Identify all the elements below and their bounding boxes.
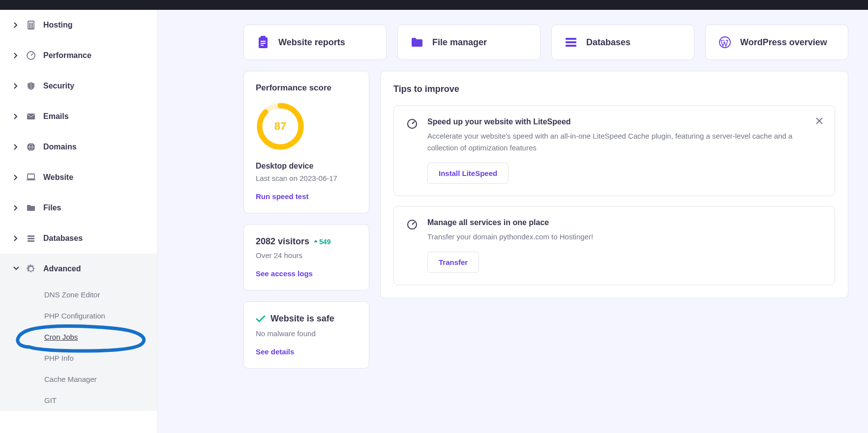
speedometer-icon xyxy=(407,219,418,230)
performance-device: Desktop device xyxy=(256,162,357,171)
tips-panel: Tips to improve Speed up your website wi… xyxy=(380,71,848,298)
sidebar-sub-php-info[interactable]: PHP Info xyxy=(0,347,157,369)
arrow-up-icon xyxy=(313,239,318,244)
close-icon[interactable] xyxy=(815,116,824,125)
sidebar-item-label: Files xyxy=(43,203,61,212)
sidebar-item-emails[interactable]: Emails xyxy=(0,101,157,132)
clipboard-icon xyxy=(257,36,269,49)
folder-icon xyxy=(411,36,423,49)
safety-sub: No malware found xyxy=(256,328,357,340)
sidebar-sub-git[interactable]: GIT xyxy=(0,390,157,411)
layout: Hosting Performance Security Emails Doma… xyxy=(0,10,868,433)
tip-title: Speed up your website with LiteSpeed xyxy=(427,117,822,126)
run-speed-test-link[interactable]: Run speed test xyxy=(256,192,309,201)
sidebar-item-label: Emails xyxy=(43,112,69,121)
svg-rect-17 xyxy=(566,41,576,43)
chevron-right-icon xyxy=(14,53,19,58)
svg-rect-15 xyxy=(261,45,264,46)
quick-label: File manager xyxy=(432,37,487,48)
sidebar-item-label: Security xyxy=(43,82,74,90)
svg-rect-18 xyxy=(566,45,576,47)
quick-databases[interactable]: Databases xyxy=(551,25,694,60)
database-rows-icon xyxy=(565,36,577,49)
sidebar-item-files[interactable]: Files xyxy=(0,193,157,223)
install-litespeed-button[interactable]: Install LiteSpeed xyxy=(427,163,509,184)
transfer-button[interactable]: Transfer xyxy=(427,252,479,273)
tip-title: Manage all services in one place xyxy=(427,218,822,227)
right-column: Tips to improve Speed up your website wi… xyxy=(380,71,848,369)
sidebar-item-databases[interactable]: Databases xyxy=(0,223,157,254)
see-access-logs-link[interactable]: See access logs xyxy=(256,269,313,278)
quick-label: Databases xyxy=(586,37,630,48)
sidebar-sub-php-configuration[interactable]: PHP Configuration xyxy=(0,305,157,326)
sidebar-item-label: Databases xyxy=(43,234,83,243)
svg-rect-7 xyxy=(28,174,34,179)
sidebar-item-hosting[interactable]: Hosting xyxy=(0,10,157,40)
mail-icon xyxy=(26,111,36,122)
svg-rect-8 xyxy=(28,235,34,237)
sidebar-sub-dns-zone-editor[interactable]: DNS Zone Editor xyxy=(0,284,157,305)
sidebar: Hosting Performance Security Emails Doma… xyxy=(0,10,157,433)
svg-rect-12 xyxy=(261,36,266,39)
performance-panel: Performance score 87 Desktop device Last… xyxy=(243,71,369,213)
quick-file-manager[interactable]: File manager xyxy=(397,25,540,60)
quick-label: Website reports xyxy=(278,37,345,48)
sidebar-sub-cron-jobs[interactable]: Cron Jobs xyxy=(0,326,157,347)
wordpress-icon xyxy=(718,36,731,49)
performance-last-scan: Last scan on 2023-06-17 xyxy=(256,173,357,184)
folder-icon xyxy=(26,202,36,213)
sidebar-item-security[interactable]: Security xyxy=(0,71,157,101)
main-content: Website reports File manager Databases W… xyxy=(157,10,868,433)
chevron-right-icon xyxy=(14,22,19,28)
gear-icon xyxy=(26,263,36,274)
sidebar-item-performance[interactable]: Performance xyxy=(0,40,157,71)
gauge-icon xyxy=(26,50,36,61)
svg-rect-10 xyxy=(28,240,34,242)
visitors-delta: 549 xyxy=(313,238,330,246)
chevron-right-icon xyxy=(14,144,19,150)
svg-rect-5 xyxy=(27,114,35,119)
performance-title: Performance score xyxy=(256,83,357,93)
left-column: Performance score 87 Desktop device Last… xyxy=(243,71,369,369)
svg-rect-13 xyxy=(261,41,266,42)
visitors-period: Over 24 hours xyxy=(256,250,357,261)
database-icon xyxy=(26,233,36,244)
chevron-right-icon xyxy=(14,235,19,241)
sidebar-item-domains[interactable]: Domains xyxy=(0,132,157,162)
svg-rect-9 xyxy=(28,238,34,239)
sidebar-item-label: Advanced xyxy=(43,264,81,273)
performance-score-value: 87 xyxy=(256,102,305,151)
chevron-right-icon xyxy=(14,205,19,211)
tip-desc: Accelerate your website's speed with an … xyxy=(427,130,822,154)
quick-website-reports[interactable]: Website reports xyxy=(243,25,387,60)
tips-heading: Tips to improve xyxy=(393,84,835,94)
quick-actions-row: Website reports File manager Databases W… xyxy=(243,25,848,60)
quick-wordpress-overview[interactable]: WordPress overview xyxy=(705,25,848,60)
tip-manage-services: Manage all services in one place Transfe… xyxy=(393,206,835,285)
sidebar-item-label: Performance xyxy=(43,51,91,60)
check-icon xyxy=(256,315,266,323)
sidebar-item-website[interactable]: Website xyxy=(0,162,157,193)
speedometer-icon xyxy=(407,118,418,129)
globe-icon xyxy=(26,142,36,152)
svg-rect-16 xyxy=(566,38,576,40)
performance-score-ring: 87 xyxy=(256,102,305,151)
sidebar-item-advanced[interactable]: Advanced xyxy=(0,254,157,284)
shield-icon xyxy=(26,81,36,91)
dashboard-columns: Performance score 87 Desktop device Last… xyxy=(243,71,848,369)
tip-litespeed: Speed up your website with LiteSpeed Acc… xyxy=(393,105,835,196)
tip-desc: Transfer your domain pythondex.com to Ho… xyxy=(427,231,822,243)
visitors-count: 2082 visitors xyxy=(256,236,309,247)
svg-rect-14 xyxy=(261,43,266,44)
chevron-right-icon xyxy=(14,83,19,89)
see-details-link[interactable]: See details xyxy=(256,347,294,356)
sidebar-sub-cache-manager[interactable]: Cache Manager xyxy=(0,369,157,390)
laptop-icon xyxy=(26,172,36,183)
safety-panel: Website is safe No malware found See det… xyxy=(243,301,369,369)
sidebar-item-label: Website xyxy=(43,173,73,182)
quick-label: WordPress overview xyxy=(740,37,827,48)
chevron-right-icon xyxy=(14,114,19,119)
safety-title: Website is safe xyxy=(270,314,334,324)
sidebar-advanced-submenu: DNS Zone Editor PHP Configuration Cron J… xyxy=(0,284,157,411)
chevron-right-icon xyxy=(14,174,19,180)
